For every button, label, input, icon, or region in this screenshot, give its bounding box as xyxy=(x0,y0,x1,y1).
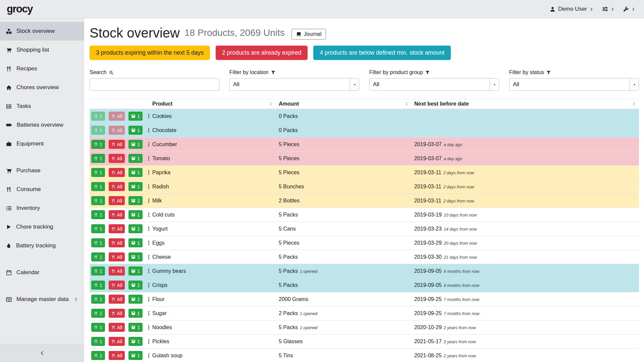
consume-one-button[interactable]: 1 xyxy=(91,168,105,177)
consume-one-button[interactable]: 1 xyxy=(91,126,105,135)
consume-one-button[interactable]: 1 xyxy=(91,238,105,247)
open-one-button[interactable]: 1 xyxy=(128,351,143,360)
open-one-button[interactable]: 1 xyxy=(128,337,143,346)
consume-one-button[interactable]: 1 xyxy=(91,266,105,276)
date-note: 2 days from now xyxy=(443,185,474,189)
open-one-button[interactable]: 1 xyxy=(128,112,143,121)
consume-one-button[interactable]: 1 xyxy=(91,309,105,318)
consume-one-button[interactable]: 1 xyxy=(91,252,105,261)
consume-all-button[interactable]: All xyxy=(109,112,125,121)
consume-all-button[interactable]: All xyxy=(109,140,125,149)
consume-all-button[interactable]: All xyxy=(109,238,125,247)
consume-all-button[interactable]: All xyxy=(109,351,125,360)
sidebar-item-inventory[interactable]: Inventory xyxy=(0,199,84,218)
open-one-button[interactable]: 1 xyxy=(128,252,143,261)
journal-button[interactable]: Journal xyxy=(291,29,326,40)
search-input[interactable] xyxy=(90,78,219,91)
consume-all-button[interactable]: All xyxy=(109,210,125,219)
product-cell: Cookies xyxy=(150,113,276,119)
consume-one-button[interactable]: 1 xyxy=(91,140,105,149)
open-one-button[interactable]: 1 xyxy=(128,224,143,233)
amount-column-header[interactable]: Amount xyxy=(276,99,412,109)
open-one-button[interactable]: 1 xyxy=(128,266,143,276)
consume-all-button[interactable]: All xyxy=(109,323,125,332)
sidebar-item-recipes[interactable]: Recipes xyxy=(0,59,84,78)
open-one-button[interactable]: 1 xyxy=(128,309,143,318)
consume-all-button[interactable]: All xyxy=(109,196,125,205)
consume-one-button[interactable]: 1 xyxy=(91,210,105,219)
expiring-alert-button[interactable]: 3 products expiring within the next 5 da… xyxy=(90,46,210,60)
product-cell: Gulash soup xyxy=(150,353,276,359)
consume-all-button[interactable]: All xyxy=(109,295,125,304)
consume-one-button[interactable]: 1 xyxy=(91,323,105,332)
date-cell xyxy=(412,113,639,119)
amount-value: 5 Cans xyxy=(279,226,296,232)
status-select[interactable]: All xyxy=(509,78,639,91)
sidebar-item-batteries-overview[interactable]: Batteries overview xyxy=(0,116,84,134)
consume-one-button[interactable]: 1 xyxy=(91,154,105,163)
sidebar-item-equipment[interactable]: Equipment xyxy=(0,134,84,153)
consume-one-button[interactable]: 1 xyxy=(91,295,105,304)
consume-one-button[interactable]: 1 xyxy=(91,182,105,191)
consume-one-button[interactable]: 1 xyxy=(91,351,105,360)
open-one-button[interactable]: 1 xyxy=(128,168,143,177)
status-filter-label: Filter by status xyxy=(509,69,639,75)
consume-all-button[interactable]: All xyxy=(109,309,125,318)
open-one-button[interactable]: 1 xyxy=(128,210,143,219)
sidebar-item-manage-master-data[interactable]: Manage master data xyxy=(0,290,84,309)
date-note: 14 days from now xyxy=(444,227,477,232)
below-min-stock-alert-button[interactable]: 4 products are below defined min. stock … xyxy=(313,46,451,60)
product-name: Cheese xyxy=(152,254,171,260)
filter-bar: Search Filter by location All Filter by … xyxy=(90,69,639,91)
sidebar-item-chores-overview[interactable]: Chores overview xyxy=(0,78,84,97)
consume-all-button[interactable]: All xyxy=(109,168,125,177)
open-one-button[interactable]: 1 xyxy=(128,154,143,163)
open-one-button[interactable]: 1 xyxy=(128,281,143,290)
sidebar-item-purchase[interactable]: Purchase xyxy=(0,161,84,180)
consume-one-button[interactable]: 1 xyxy=(91,337,105,346)
sidebar-item-label: Shopping list xyxy=(16,47,49,53)
product-group-select[interactable]: All xyxy=(369,78,499,91)
consume-one-button[interactable]: 1 xyxy=(91,196,105,205)
date-cell: 2019-03-112 days from now xyxy=(412,184,639,190)
sidebar-collapse-button[interactable] xyxy=(0,344,84,362)
product-name: Milk xyxy=(152,198,162,203)
consume-one-button[interactable]: 1 xyxy=(91,112,105,121)
open-one-button[interactable]: 1 xyxy=(128,140,143,149)
sidebar-item-calendar[interactable]: Calendar xyxy=(0,263,84,282)
open-one-button[interactable]: 1 xyxy=(128,182,143,191)
date-column-header[interactable]: Next best before date xyxy=(412,99,639,109)
settings-menu[interactable] xyxy=(602,6,614,12)
open-one-button[interactable]: 1 xyxy=(128,126,143,135)
open-one-button[interactable]: 1 xyxy=(128,238,143,247)
consume-one-button[interactable]: 1 xyxy=(91,224,105,233)
sidebar-item-shopping-list[interactable]: Shopping list xyxy=(0,41,84,59)
consume-all-button[interactable]: All xyxy=(109,266,125,276)
user-menu[interactable]: Demo User xyxy=(550,6,593,12)
consume-all-button[interactable]: All xyxy=(109,281,125,290)
sidebar-item-consume[interactable]: Consume xyxy=(0,180,84,199)
consume-all-button[interactable]: All xyxy=(109,337,125,346)
consume-all-button[interactable]: All xyxy=(109,252,125,261)
sidebar-item-label: Chore tracking xyxy=(16,224,53,230)
product-column-header[interactable]: Product xyxy=(150,99,276,109)
expired-alert-button[interactable]: 2 products are already expired xyxy=(216,46,308,60)
location-select[interactable]: All xyxy=(229,78,359,91)
open-one-button[interactable]: 1 xyxy=(128,295,143,304)
location-filter: Filter by location All xyxy=(229,69,359,91)
sidebar-item-tasks[interactable]: Tasks xyxy=(0,97,84,116)
date-value: 2019-03-11 xyxy=(414,170,441,175)
sidebar-item-battery-tracking[interactable]: Battery tracking xyxy=(0,236,84,255)
sidebar-item-stock-overview[interactable]: Stock overview xyxy=(0,22,84,41)
open-one-button[interactable]: 1 xyxy=(128,196,143,205)
consume-all-button[interactable]: All xyxy=(109,126,125,135)
consume-all-button[interactable]: All xyxy=(109,224,125,233)
consume-all-button[interactable]: All xyxy=(109,182,125,191)
grocy-logo[interactable]: grocy xyxy=(7,3,33,15)
consume-all-button[interactable]: All xyxy=(109,154,125,163)
sidebar-item-chore-tracking[interactable]: Chore tracking xyxy=(0,218,84,236)
open-one-button[interactable]: 1 xyxy=(128,323,143,332)
consume-one-button[interactable]: 1 xyxy=(91,281,105,290)
caret-down-icon xyxy=(633,83,636,86)
admin-menu[interactable] xyxy=(623,6,635,12)
